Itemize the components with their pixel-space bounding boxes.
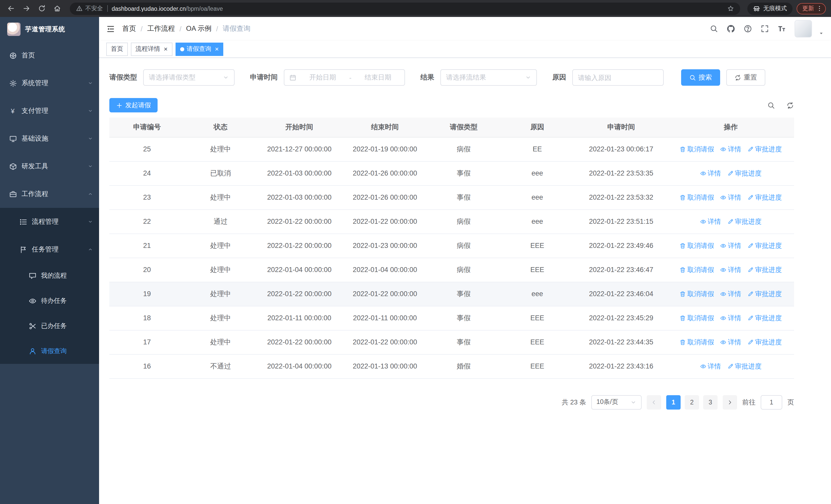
action-cancel[interactable]: 取消请假 — [680, 289, 714, 298]
action-progress[interactable]: 审批进度 — [727, 169, 762, 178]
action-progress[interactable]: 审批进度 — [747, 313, 782, 323]
action-detail[interactable]: 详情 — [720, 193, 741, 202]
sidebar-item-done-tasks[interactable]: 已办任务 — [0, 314, 99, 339]
action-label: 取消请假 — [687, 337, 714, 347]
sidebar-item-my-process[interactable]: 我的流程 — [0, 263, 99, 289]
tab-home[interactable]: 首页 — [106, 42, 128, 56]
action-cancel[interactable]: 取消请假 — [680, 241, 714, 250]
action-cancel[interactable]: 取消请假 — [680, 145, 714, 154]
address-bar[interactable]: 不安全 dashboard.yudao.iocoder.cn/bpm/oa/le… — [70, 2, 740, 14]
action-detail[interactable]: 详情 — [700, 169, 721, 178]
breadcrumb-item[interactable]: 首页 — [122, 24, 136, 33]
sidebar-item-workflow[interactable]: 工作流程 — [0, 180, 99, 208]
goto-page-input[interactable] — [761, 395, 782, 409]
forward-icon[interactable] — [21, 3, 32, 14]
sidebar-item-system[interactable]: 系统管理 — [0, 69, 99, 97]
sidebar-item-infra[interactable]: 基础设施 — [0, 125, 99, 152]
sidebar-item-label: 研发工具 — [22, 162, 48, 171]
header-search-icon[interactable] — [710, 25, 718, 33]
font-size-icon[interactable] — [778, 25, 786, 33]
fullscreen-icon[interactable] — [761, 25, 769, 33]
user-avatar[interactable] — [795, 20, 812, 37]
sidebar-item-process-mgmt[interactable]: 流程管理 — [0, 208, 99, 236]
cell-start-time: 2022-01-22 00:00:00 — [257, 234, 342, 258]
sidebar-item-home[interactable]: 首页 — [0, 41, 99, 69]
breadcrumb-item: 请假查询 — [223, 24, 251, 33]
action-detail[interactable]: 详情 — [700, 217, 721, 226]
cell-apply-id: 17 — [109, 330, 184, 354]
cell-start-time: 2022-01-04 00:00:00 — [257, 258, 342, 282]
action-cancel[interactable]: 取消请假 — [680, 265, 714, 274]
action-progress[interactable]: 审批进度 — [747, 145, 782, 154]
action-detail[interactable]: 详情 — [720, 265, 741, 274]
divider — [107, 5, 108, 12]
action-progress[interactable]: 审批进度 — [727, 362, 762, 371]
page-2-button[interactable]: 2 — [685, 395, 699, 409]
caret-down-icon[interactable] — [819, 31, 824, 36]
action-progress[interactable]: 审批进度 — [747, 241, 782, 250]
page-size-select[interactable]: 10条/页 — [591, 395, 641, 409]
sidebar-item-label: 我的流程 — [41, 271, 67, 280]
action-detail[interactable]: 详情 — [720, 241, 741, 250]
reload-icon[interactable] — [36, 3, 47, 14]
leave-type-select[interactable]: 请选择请假类型 — [143, 69, 235, 86]
sidebar-item-payment[interactable]: ¥支付管理 — [0, 97, 99, 125]
url-host: dashboard.yudao.iocoder.cn — [112, 5, 186, 11]
docs-icon[interactable] — [744, 25, 752, 33]
sidebar-item-task-mgmt[interactable]: 任务管理 — [0, 236, 99, 263]
action-progress[interactable]: 审批进度 — [727, 217, 762, 226]
browser-menu-icon[interactable] — [816, 5, 823, 12]
sidebar-item-leave-query[interactable]: 请假查询 — [0, 339, 99, 364]
tab-process-detail[interactable]: 流程详情× — [131, 42, 172, 56]
bookmark-star-icon[interactable] — [727, 5, 734, 12]
update-button[interactable]: 更新 — [797, 3, 826, 14]
action-cancel[interactable]: 取消请假 — [680, 193, 714, 202]
logo[interactable]: 芋道管理系统 — [0, 17, 99, 41]
table-row: 22通过2022-01-22 00:00:002022-01-22 00:00:… — [109, 209, 794, 234]
action-progress[interactable]: 审批进度 — [747, 265, 782, 274]
action-cancel[interactable]: 取消请假 — [680, 313, 714, 323]
home-icon[interactable] — [51, 3, 63, 14]
sidebar-item-todo-tasks[interactable]: 待办任务 — [0, 289, 99, 314]
action-progress[interactable]: 审批进度 — [747, 337, 782, 347]
cell-end-time: 2022-01-11 00:00:00 — [342, 306, 428, 330]
cell-status: 处理中 — [184, 306, 256, 330]
sidebar-item-devtools[interactable]: 研发工具 — [0, 152, 99, 180]
action-detail[interactable]: 详情 — [700, 362, 721, 371]
prev-page-button[interactable] — [647, 395, 661, 409]
page-1-button[interactable]: 1 — [666, 395, 681, 409]
action-detail[interactable]: 详情 — [720, 337, 741, 347]
search-button[interactable]: 搜索 — [681, 69, 720, 86]
tab-close-icon[interactable]: × — [215, 46, 219, 52]
breadcrumb-item[interactable]: 工作流程 — [147, 24, 175, 33]
apply-time-range-picker[interactable]: 开始日期 - 结束日期 — [284, 69, 405, 86]
breadcrumb-item[interactable]: OA 示例 — [186, 24, 211, 33]
svg-text:¥: ¥ — [10, 107, 15, 114]
toggle-search-icon[interactable] — [767, 101, 775, 109]
sidebar-toggle-icon[interactable] — [106, 24, 115, 33]
action-label: 审批进度 — [735, 362, 762, 371]
create-leave-button[interactable]: 发起请假 — [109, 98, 157, 112]
action-progress[interactable]: 审批进度 — [747, 289, 782, 298]
tab-leave-query[interactable]: 请假查询× — [175, 42, 223, 56]
action-detail[interactable]: 详情 — [720, 289, 741, 298]
reason-input[interactable] — [572, 69, 664, 86]
github-icon[interactable] — [727, 25, 735, 33]
cell-actions: 取消请假详情审批进度 — [667, 137, 794, 161]
action-detail[interactable]: 详情 — [720, 145, 741, 154]
back-icon[interactable] — [5, 3, 17, 14]
tab-close-icon[interactable]: × — [164, 46, 168, 52]
refresh-table-icon[interactable] — [786, 101, 794, 109]
chat-icon — [29, 272, 36, 280]
eye-icon — [720, 339, 726, 345]
action-progress[interactable]: 审批进度 — [747, 193, 782, 202]
page-3-button[interactable]: 3 — [703, 395, 718, 409]
cell-reason: EEE — [500, 306, 575, 330]
next-page-button[interactable] — [723, 395, 737, 409]
action-detail[interactable]: 详情 — [720, 313, 741, 323]
reset-button[interactable]: 重置 — [726, 69, 765, 86]
chevron-down-icon — [88, 136, 93, 141]
security-status[interactable]: 不安全 — [76, 5, 103, 12]
action-cancel[interactable]: 取消请假 — [680, 337, 714, 347]
result-select[interactable]: 请选择流结果 — [440, 69, 537, 86]
